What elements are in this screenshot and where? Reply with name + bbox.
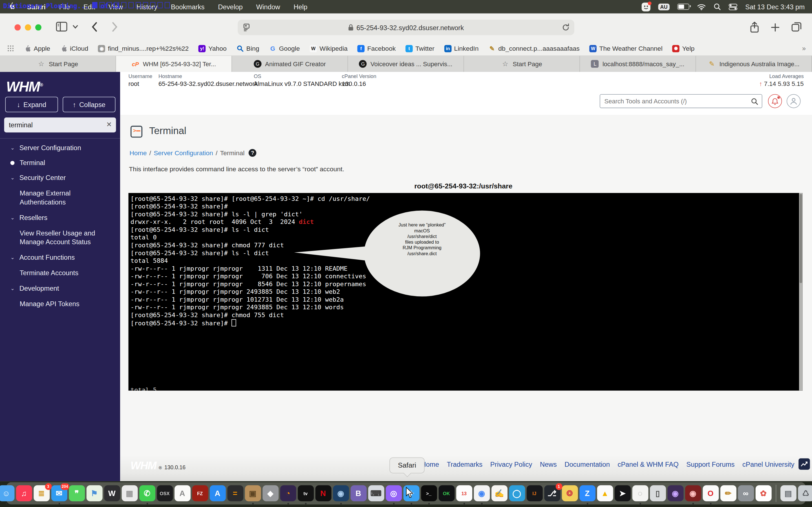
favorite-db-connect-p-aaasaaafaas[interactable]: ✎db_connect.p...aaasaaafaas (488, 45, 579, 52)
terminal-scrollbar[interactable] (799, 193, 803, 391)
analytics-icon[interactable] (799, 458, 810, 469)
tab-localhost-8888-macos-say-[interactable]: Llocalhost:8888/macos_say_... (580, 56, 696, 72)
sidebar-item-account-functions[interactable]: ⌄Account Functions (0, 250, 120, 265)
sidebar-item-resellers[interactable]: ⌄Resellers (0, 210, 120, 225)
dock-icon-notes[interactable]: ≣3 (33, 485, 49, 501)
favorite-apple[interactable]: Apple (24, 45, 50, 52)
dock-icon-telegram[interactable]: ◯ (509, 485, 525, 501)
dock-icon-utility-gray[interactable]: ◆ (262, 485, 278, 501)
collapse-button[interactable]: ↑Collapse (63, 97, 115, 112)
tab-overview-icon[interactable] (792, 22, 802, 32)
menubar-app-icon[interactable] (642, 2, 650, 11)
favorite-facebook[interactable]: fFacebook (357, 45, 396, 52)
dock-icon-trash[interactable]: ♺ (798, 485, 812, 501)
dock-icon-podcasts[interactable]: ◎ (386, 485, 402, 501)
favorite-google[interactable]: GGoogle (269, 45, 300, 52)
dock-icon-sketchbook[interactable]: ◌ (632, 485, 648, 501)
dock-icon-chrome[interactable]: ◉ (474, 485, 490, 501)
menu-item-window[interactable]: Window (250, 3, 287, 11)
dock-icon-iterm[interactable]: OK (439, 485, 455, 501)
footer-link-privacy-policy[interactable]: Privacy Policy (490, 460, 532, 468)
sidebar-item-view-reseller-usage-and-manage-acc[interactable]: View Reseller Usage and Manage Account S… (0, 225, 120, 250)
dock-icon-gray-tool[interactable]: ∞ (738, 485, 754, 501)
back-button[interactable] (91, 22, 97, 32)
favorite-bing[interactable]: Bing (237, 45, 259, 52)
sidebar-item-manage-external-authentications[interactable]: Manage External Authentications (0, 185, 120, 210)
close-window-button[interactable] (14, 24, 20, 31)
tab-whm-65-254-93-32-ter-[interactable]: cPWHM [65-254-93-32] Ter... (116, 56, 232, 72)
sidebar-item-manage-api-tokens[interactable]: Manage API Tokens (0, 296, 120, 312)
favorite-twitter[interactable]: tTwitter (405, 45, 435, 52)
footer-link-documentation[interactable]: Documentation (564, 460, 610, 468)
sidebar-item-development[interactable]: ⌄Development (0, 281, 120, 296)
dock-icon-mail[interactable]: ✉204 (51, 485, 67, 501)
dock-icon-textedit[interactable]: A (174, 485, 190, 501)
dock-icon-music[interactable]: ♫ (16, 485, 32, 501)
battery-icon[interactable] (677, 4, 689, 10)
dock-icon-waves-app[interactable]: W (104, 485, 120, 501)
dock-icon-zoom[interactable]: Z (579, 485, 595, 501)
dock-icon-intellij[interactable]: IJ (526, 485, 543, 501)
footer-link-cpanel-whm-faq[interactable]: cPanel & WHM FAQ (618, 460, 679, 468)
forward-button[interactable] (112, 22, 118, 32)
footer-link-news[interactable]: News (540, 460, 557, 468)
reader-icon[interactable] (243, 23, 251, 32)
chevron-down-icon[interactable] (72, 25, 78, 29)
sidebar-toggle-icon[interactable] (56, 22, 67, 32)
dock-icon-launchpad[interactable]: ▦ (121, 485, 138, 501)
tab-voiceover-ideas-supervis-[interactable]: GVoiceover ideas ... Supervis... (348, 56, 464, 72)
tab-indigenous-australia-image-[interactable]: ✎Indigenous Australia Image... (696, 56, 812, 72)
notifications-bell-icon[interactable] (768, 94, 782, 108)
favorites-overflow-icon[interactable]: » (802, 45, 812, 52)
minimize-window-button[interactable] (25, 24, 31, 31)
menu-item-develop[interactable]: Develop (211, 3, 249, 11)
dock-icon-opera[interactable]: O (703, 485, 719, 501)
dock-icon-iphone-mirroring[interactable]: ▯ (650, 485, 666, 501)
dock-icon-calculator[interactable]: = (227, 485, 243, 501)
dock-icon-finder[interactable]: ☺ (0, 485, 14, 501)
footer-link-support-forums[interactable]: Support Forums (686, 460, 734, 468)
dock-icon-blue-globe[interactable]: ◉ (333, 485, 349, 501)
share-icon[interactable] (750, 22, 759, 33)
favorite-yelp[interactable]: ✺Yelp (672, 45, 695, 52)
sidebar-item-terminate-accounts[interactable]: Terminate Accounts (0, 265, 120, 281)
breadcrumb-server-configuration[interactable]: Server Configuration (154, 149, 213, 157)
control-center-icon[interactable] (728, 3, 737, 10)
favorite-icloud[interactable]: iCloud (60, 45, 88, 52)
dock-icon-downloads[interactable]: ▤ (780, 485, 796, 501)
dock-icon-maps[interactable]: ⚑ (86, 485, 102, 501)
dock-icon-keyboard-viewer[interactable]: ⌨ (368, 485, 384, 501)
dock-icon-github[interactable]: ⎇1 (544, 485, 560, 501)
user-avatar-icon[interactable] (786, 94, 801, 108)
tab-animated-gif-creator[interactable]: GAnimated GIF Creator (232, 56, 348, 72)
breadcrumb-home[interactable]: Home (130, 149, 147, 157)
dock-icon-pinwheel[interactable]: ✿ (755, 485, 771, 501)
search-icon[interactable] (751, 98, 758, 105)
favorite-yahoo[interactable]: y!Yahoo (199, 45, 227, 52)
expand-button[interactable]: ↓Expand (5, 97, 58, 112)
favorites-grid-icon[interactable] (7, 45, 14, 52)
dock-icon-purple-app[interactable]: ◉ (667, 485, 683, 501)
menu-item-help[interactable]: Help (287, 3, 314, 11)
dock-icon-terminal[interactable]: >_ (421, 485, 437, 501)
input-source-badge[interactable]: AU (658, 3, 670, 10)
address-bar[interactable]: 65-254-93-32.syd02.dsuser.network (238, 20, 574, 35)
zoom-window-button[interactable] (35, 24, 42, 31)
sidebar-item-terminal[interactable]: Terminal (0, 155, 120, 170)
sidebar-item-security-center[interactable]: ⌄Security Center (0, 170, 120, 185)
dock-icon-bbedit[interactable]: B (350, 485, 366, 501)
dock-icon-palette[interactable]: ❂ (562, 485, 578, 501)
menubar-clock[interactable]: Sat 13 Dec 3:43 pm (745, 3, 805, 11)
dock-icon-pages[interactable]: ✍ (491, 485, 507, 501)
reload-icon[interactable] (562, 23, 570, 32)
sidebar-search-input[interactable] (4, 117, 134, 132)
dock-icon-app-store[interactable]: A (209, 485, 225, 501)
dock-icon-osx-utility[interactable]: OSX (157, 485, 173, 501)
wifi-icon[interactable] (697, 3, 706, 10)
new-tab-icon[interactable] (771, 23, 779, 32)
sidebar-item-server-configuration[interactable]: ⌄Server Configuration (0, 140, 120, 155)
dock-icon-drive[interactable]: ▲ (597, 485, 613, 501)
dock-icon-facetime[interactable]: ✆ (139, 485, 155, 501)
dock-icon-dark-bird[interactable]: ➤ (614, 485, 630, 501)
footer-link-trademarks[interactable]: Trademarks (447, 460, 483, 468)
